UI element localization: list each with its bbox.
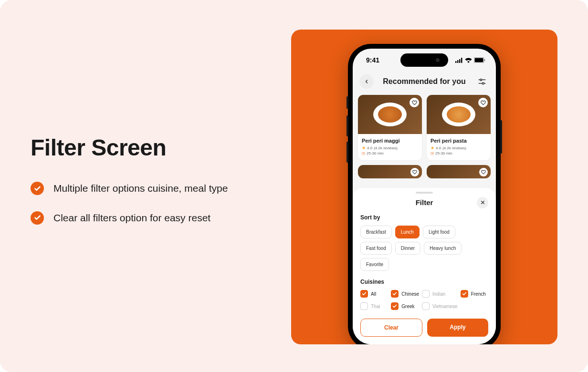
food-time: ◷25-30 min [362,151,418,155]
feature-item: Clear all filters option for easy reset [31,210,274,226]
signal-icon [455,58,463,63]
clear-button[interactable]: Clear [360,319,422,337]
app-header: Recommended for you [353,72,496,94]
clock-icon: ◷ [430,151,434,155]
clock-icon: ◷ [362,151,365,155]
sort-chip[interactable]: Brackfast [360,226,392,238]
food-image [358,95,422,134]
food-card[interactable] [357,165,422,179]
svg-rect-2 [459,59,461,63]
checkbox-icon [422,290,430,298]
filter-toggle-button[interactable] [475,74,489,89]
food-card[interactable] [426,165,491,179]
cuisines-label: Cuisines [360,279,488,285]
feature-text: Multiple filter options cuisine, meal ty… [53,181,228,196]
cuisine-check-item[interactable]: French [461,290,488,298]
page-title: Filter Screen [31,134,274,161]
cuisine-check-item[interactable]: Indian [422,290,458,298]
cuisine-label: Chinese [401,291,419,297]
favorite-button[interactable] [479,168,488,176]
food-title: Peri peri pasta [430,138,487,144]
food-image [427,95,491,134]
check-icon [31,182,44,195]
sort-chip[interactable]: Lunch [395,226,420,238]
cuisine-label: Indian [432,291,445,297]
feature-text: Clear all filters option for easy reset [53,210,210,226]
cuisine-check-item[interactable]: Chinese [391,290,419,298]
checkbox-icon [360,290,368,298]
sort-chip[interactable]: Heavy lunch [424,242,462,255]
food-card[interactable]: Peri peri pasta ★4.0 (4.2k reviews) ◷25-… [426,94,491,161]
food-title: Peri peri maggi [362,138,418,144]
sort-by-label: Sort by [360,214,488,221]
checkbox-icon [461,290,468,298]
cuisine-label: All [371,291,376,297]
drag-handle[interactable] [416,192,433,194]
food-image [358,165,422,179]
feature-item: Multiple filter options cuisine, meal ty… [31,181,274,196]
cuisine-label: Greek [401,304,414,309]
phone-frame: 9:41 Recommended for you [348,44,501,344]
svg-rect-3 [461,58,462,63]
star-icon: ★ [430,145,434,150]
cuisine-label: Vietnamese [432,304,458,309]
food-rating: ★4.0 (4.2k reviews) [362,145,418,150]
svg-rect-6 [484,59,485,61]
cuisine-check-item[interactable]: All [360,290,388,298]
apply-button[interactable]: Apply [427,319,488,337]
feature-description-panel: Filter Screen Multiple filter options cu… [31,134,274,239]
status-time: 9:41 [366,56,379,64]
mockup-panel: 9:41 Recommended for you [291,30,557,344]
sort-chip[interactable]: Fast food [360,242,392,255]
back-button[interactable] [359,74,374,89]
svg-rect-0 [455,61,457,63]
sort-chip[interactable]: Light food [423,226,455,238]
food-image [427,165,491,179]
food-card[interactable]: Peri peri maggi ★4.0 (4.2k reviews) ◷25-… [357,94,422,161]
cuisine-check-item[interactable]: Thai [360,302,388,310]
checkbox-icon [360,302,368,310]
favorite-button[interactable] [410,168,419,176]
cuisine-check-item[interactable]: Vietnamese [422,302,458,310]
svg-point-8 [480,79,482,81]
wifi-icon [465,58,472,63]
filter-bottom-sheet: Filter Sort by BrackfastLunchLight foodF… [353,188,496,344]
cuisine-label: Thai [371,304,380,309]
header-title: Recommended for you [383,77,465,86]
food-cards-grid: Peri peri maggi ★4.0 (4.2k reviews) ◷25-… [353,94,496,179]
svg-rect-1 [457,60,459,63]
favorite-button[interactable] [478,98,488,107]
sheet-title: Filter [416,198,433,207]
checkbox-icon [391,290,399,298]
svg-point-10 [482,83,484,84]
checkbox-icon [422,302,430,310]
cuisine-checks: AllChineseIndianFrenchThaiGreekVietnames… [360,290,488,310]
sort-chip[interactable]: Favorite [360,258,389,271]
favorite-button[interactable] [410,98,419,107]
svg-rect-5 [475,58,483,62]
food-time: ◷25-30 min [430,151,487,155]
phone-screen: 9:41 Recommended for you [353,49,496,344]
battery-icon [474,57,485,63]
sort-chips: BrackfastLunchLight foodFast foodDinnerH… [360,226,488,271]
dynamic-island [400,53,448,67]
close-button[interactable] [477,197,488,208]
cuisine-check-item[interactable]: Greek [391,302,419,310]
check-icon [31,211,44,225]
food-rating: ★4.0 (4.2k reviews) [430,145,487,150]
checkbox-icon [391,302,399,310]
sort-chip[interactable]: Dinner [395,242,420,255]
cuisine-label: French [471,291,486,297]
star-icon: ★ [362,145,366,150]
